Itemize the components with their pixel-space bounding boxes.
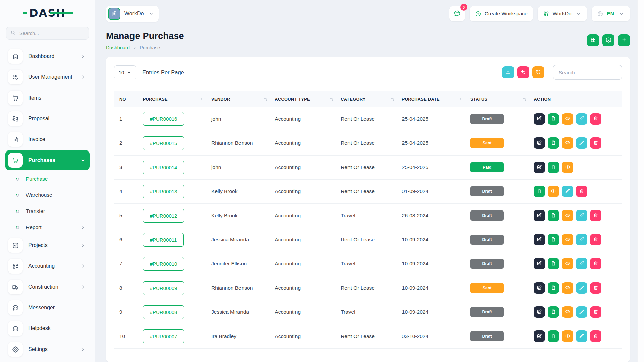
column-header-purchase[interactable]: PURCHASE bbox=[140, 91, 208, 107]
purchase-id-badge[interactable]: #PUR00008 bbox=[143, 305, 184, 319]
language-selector[interactable]: EN bbox=[592, 6, 630, 21]
sidebar-item-invoice[interactable]: Invoice bbox=[5, 129, 90, 149]
column-header-account-type[interactable]: ACCOUNT TYPE bbox=[271, 91, 337, 107]
action-edit-square-button[interactable] bbox=[534, 306, 545, 318]
action-edit-square-button[interactable] bbox=[534, 234, 545, 245]
action-file-button[interactable] bbox=[548, 234, 559, 245]
refresh-button[interactable] bbox=[532, 66, 544, 78]
action-eye-button[interactable] bbox=[562, 330, 573, 342]
column-header-category[interactable]: CATEGORY bbox=[337, 91, 398, 107]
purchase-id-badge[interactable]: #PUR00009 bbox=[143, 281, 184, 295]
action-pencil-button[interactable] bbox=[576, 137, 587, 149]
purchase-id-badge[interactable]: #PUR00013 bbox=[143, 185, 184, 198]
action-edit-square-button[interactable] bbox=[534, 137, 545, 149]
sort-icon[interactable] bbox=[263, 97, 268, 102]
sort-icon[interactable] bbox=[329, 97, 334, 102]
user-menu[interactable]: WorkDo bbox=[538, 6, 587, 21]
chat-button[interactable]: 0 bbox=[449, 6, 465, 21]
breadcrumb-dashboard-link[interactable]: Dashboard bbox=[106, 45, 130, 50]
sidebar-item-proposal[interactable]: Proposal bbox=[5, 109, 90, 129]
action-file-button[interactable] bbox=[548, 258, 559, 269]
action-file-button[interactable] bbox=[548, 282, 559, 294]
purchase-id-badge[interactable]: #PUR00010 bbox=[143, 257, 184, 271]
purchase-id-badge[interactable]: #PUR00014 bbox=[143, 161, 184, 174]
action-file-button[interactable] bbox=[548, 210, 559, 221]
purchase-id-badge[interactable]: #PUR00012 bbox=[143, 209, 184, 223]
action-file-button[interactable] bbox=[548, 330, 559, 342]
action-edit-square-button[interactable] bbox=[534, 162, 545, 173]
sidebar-item-items[interactable]: Items bbox=[5, 88, 90, 108]
action-pencil-button[interactable] bbox=[562, 186, 573, 197]
action-pencil-button[interactable] bbox=[576, 258, 587, 269]
column-header-status[interactable]: STATUS bbox=[467, 91, 530, 107]
sidebar-subitem-warehouse[interactable]: Warehouse bbox=[5, 187, 90, 203]
sidebar-item-purchases[interactable]: Purchases bbox=[5, 150, 90, 170]
action-pencil-button[interactable] bbox=[576, 234, 587, 245]
action-eye-button[interactable] bbox=[562, 137, 573, 149]
sidebar-item-construction[interactable]: Construction bbox=[5, 277, 90, 297]
action-trash-button[interactable] bbox=[590, 137, 601, 149]
workspace-selector[interactable]: WorkDo bbox=[106, 6, 159, 22]
action-trash-button[interactable] bbox=[590, 113, 601, 125]
sidebar-item-projects[interactable]: Projects bbox=[5, 235, 90, 255]
sidebar-item-messenger[interactable]: Messenger bbox=[5, 298, 90, 318]
action-edit-square-button[interactable] bbox=[534, 330, 545, 342]
action-file-button[interactable] bbox=[548, 306, 559, 318]
action-eye-button[interactable] bbox=[562, 210, 573, 221]
action-edit-square-button[interactable] bbox=[534, 210, 545, 221]
sidebar-item-settings[interactable]: Settings bbox=[5, 339, 90, 359]
action-edit-square-button[interactable] bbox=[534, 113, 545, 125]
export-button[interactable] bbox=[502, 66, 514, 78]
purchase-id-badge[interactable]: #PUR00016 bbox=[143, 112, 184, 126]
action-eye-button[interactable] bbox=[562, 113, 573, 125]
grid-view-button[interactable] bbox=[587, 34, 599, 46]
action-trash-button[interactable] bbox=[590, 258, 601, 269]
action-pencil-button[interactable] bbox=[576, 306, 587, 318]
brand-logo[interactable]: DASH bbox=[0, 0, 95, 26]
action-eye-button[interactable] bbox=[562, 162, 573, 173]
action-pencil-button[interactable] bbox=[576, 282, 587, 294]
action-eye-button[interactable] bbox=[548, 186, 559, 197]
entries-per-page-select[interactable]: 10 bbox=[114, 65, 136, 79]
table-search-input[interactable] bbox=[553, 65, 622, 80]
sidebar-subitem-report[interactable]: Report bbox=[5, 219, 90, 235]
column-header-purchase-date[interactable]: PURCHASE DATE bbox=[398, 91, 467, 107]
column-header-vendor[interactable]: VENDOR bbox=[208, 91, 271, 107]
purchase-id-badge[interactable]: #PUR00011 bbox=[143, 233, 184, 247]
sort-icon[interactable] bbox=[459, 97, 464, 102]
scrollbar[interactable] bbox=[637, 0, 644, 362]
sidebar-item-user-management[interactable]: User Management bbox=[5, 67, 90, 87]
sidebar-subitem-transfer[interactable]: Transfer bbox=[5, 203, 90, 219]
purchase-id-badge[interactable]: #PUR00007 bbox=[143, 329, 184, 343]
settings-button[interactable] bbox=[602, 34, 614, 46]
sidebar-item-accounting[interactable]: Accounting bbox=[5, 256, 90, 276]
action-file-button[interactable] bbox=[548, 137, 559, 149]
action-trash-button[interactable] bbox=[590, 210, 601, 221]
sidebar-item-helpdesk[interactable]: Helpdesk bbox=[5, 318, 90, 339]
action-eye-button[interactable] bbox=[562, 282, 573, 294]
action-file-button[interactable] bbox=[548, 113, 559, 125]
sort-icon[interactable] bbox=[200, 97, 205, 102]
action-pencil-button[interactable] bbox=[576, 113, 587, 125]
action-trash-button[interactable] bbox=[576, 186, 587, 197]
action-edit-square-button[interactable] bbox=[534, 282, 545, 294]
action-file-button[interactable] bbox=[534, 186, 545, 197]
sort-icon[interactable] bbox=[390, 97, 395, 102]
action-trash-button[interactable] bbox=[590, 330, 601, 342]
action-trash-button[interactable] bbox=[590, 306, 601, 318]
action-trash-button[interactable] bbox=[590, 234, 601, 245]
action-eye-button[interactable] bbox=[562, 258, 573, 269]
action-pencil-button[interactable] bbox=[576, 210, 587, 221]
create-workspace-button[interactable]: Create Workspace bbox=[470, 6, 533, 21]
add-purchase-button[interactable] bbox=[618, 34, 630, 46]
sidebar-item-dashboard[interactable]: Dashboard bbox=[5, 46, 90, 66]
action-pencil-button[interactable] bbox=[576, 330, 587, 342]
action-eye-button[interactable] bbox=[562, 234, 573, 245]
reset-button[interactable] bbox=[517, 66, 529, 78]
sidebar-search-input[interactable] bbox=[19, 30, 85, 36]
action-eye-button[interactable] bbox=[562, 306, 573, 318]
action-trash-button[interactable] bbox=[590, 282, 601, 294]
action-edit-square-button[interactable] bbox=[534, 258, 545, 269]
sort-icon[interactable] bbox=[522, 97, 527, 102]
sidebar-subitem-purchase[interactable]: Purchase bbox=[5, 171, 90, 187]
